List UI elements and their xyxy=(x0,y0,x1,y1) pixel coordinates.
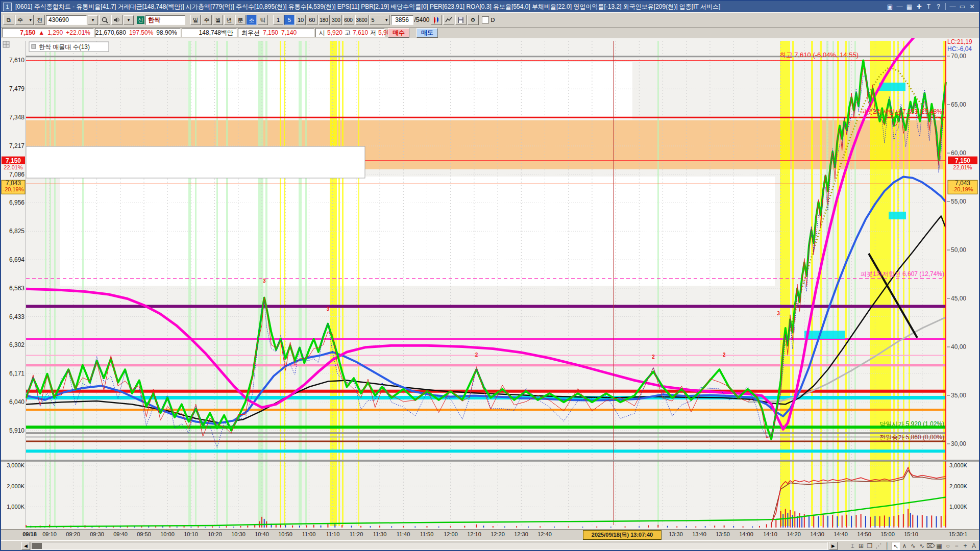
sell-button[interactable]: 매도 xyxy=(416,28,438,38)
time-tick: 11:10 xyxy=(321,531,345,537)
line-style-icon[interactable] xyxy=(443,15,454,25)
snapshot-icon[interactable]: ▦ xyxy=(935,542,943,550)
interval-60-button[interactable]: 60 xyxy=(307,15,317,25)
tooltip-box xyxy=(26,146,365,178)
time-tick: 13:30 xyxy=(664,531,688,537)
tune-icon[interactable]: ⌶ xyxy=(848,542,856,550)
cascade-icon[interactable]: ❐ xyxy=(866,542,874,550)
period-day-button[interactable]: 일 xyxy=(190,15,201,25)
asset-type-value: 주 xyxy=(17,16,23,24)
vwap-badge-pct: -20,19% xyxy=(952,186,973,192)
stock-chart-window: 1 [0601] 주식종합차트 - 유통비율[41.7] 거래대금[148,74… xyxy=(0,0,980,551)
save-icon[interactable] xyxy=(455,15,467,25)
interval-600-button[interactable]: 600 xyxy=(343,15,354,25)
interval-5-button[interactable]: 5 xyxy=(284,15,295,25)
eraser-icon[interactable]: ⌦ xyxy=(926,542,935,550)
wave-icon[interactable]: ∿ xyxy=(909,542,917,550)
volume-value: 21,670,680 xyxy=(95,29,126,36)
signal-stripe xyxy=(195,41,197,526)
buy-button[interactable]: 매수 xyxy=(388,28,409,38)
open-label: 시 xyxy=(319,29,325,37)
candle-style-icon[interactable] xyxy=(431,15,442,25)
left-axis-label: 6,825 xyxy=(9,228,24,235)
zoom-out-icon[interactable]: − xyxy=(952,542,961,550)
signal-stripe xyxy=(82,41,84,526)
speaker-icon[interactable] xyxy=(111,15,122,25)
zoom-icon[interactable]: ○ xyxy=(944,542,952,550)
interval-300-button[interactable]: 300 xyxy=(331,15,342,25)
gear-icon[interactable]: ⚙ xyxy=(468,15,479,25)
peak-line-icon[interactable]: ∧ xyxy=(900,542,909,550)
period-tick-button[interactable]: 틱 xyxy=(258,15,268,25)
left-axis-label: 6,171 xyxy=(9,370,24,377)
main-chart[interactable]: 7,6107,4797,3487,2177,0866,9566,8256,694… xyxy=(1,38,980,529)
search-icon[interactable] xyxy=(99,15,110,25)
window-menu-icon[interactable]: 1 xyxy=(3,3,12,11)
chart-layout-icon[interactable]: ⧉ xyxy=(3,15,14,25)
open-price: 5,920 xyxy=(327,29,342,36)
new-listing-badge: 신 xyxy=(137,16,144,24)
bar-width-combo[interactable]: 5▾ xyxy=(370,15,390,25)
time-tick: 09:20 xyxy=(61,531,85,537)
interval-180-button[interactable]: 180 xyxy=(318,15,330,25)
window-restore-icon[interactable]: ▭ xyxy=(958,3,967,11)
lc-label: LC:21,19 xyxy=(947,38,972,45)
best-bid: 7,140 xyxy=(281,29,297,36)
minimize-panel-icon[interactable]: — xyxy=(895,3,904,11)
zoom-in-icon[interactable]: + xyxy=(961,542,969,550)
alert-stripe xyxy=(284,41,285,526)
scrollbar-handle[interactable] xyxy=(32,543,42,549)
interval-3600-button[interactable]: 3600 xyxy=(355,15,369,25)
period-year-button[interactable]: 년 xyxy=(224,15,234,25)
code-dropdown-button[interactable]: ▾ xyxy=(88,15,98,25)
window-minimize-icon[interactable]: — xyxy=(948,3,958,11)
period-month-button[interactable]: 월 xyxy=(213,15,223,25)
time-tick: 14:10 xyxy=(758,531,782,537)
left-axis-label: 6,956 xyxy=(9,199,24,206)
time-tick: 14:20 xyxy=(781,531,806,537)
prev-stock-button[interactable]: 전 xyxy=(35,15,45,25)
volume-axis-label: 1,000K xyxy=(949,504,968,510)
signal-stripe xyxy=(265,41,267,526)
ohl-group: 시 5,920 고 7,610 저 5,900 xyxy=(315,28,385,37)
add-window-icon[interactable]: ⊞ xyxy=(857,542,865,550)
alert-stripe xyxy=(780,41,790,526)
crosshair-icon[interactable]: ↖ xyxy=(892,542,900,550)
asset-type-combo[interactable]: 주▾ xyxy=(15,15,34,25)
price-change: 1,290 xyxy=(47,29,63,36)
stock-code-input[interactable]: 430690 xyxy=(46,15,87,25)
text-tool-icon[interactable]: A xyxy=(970,542,978,550)
copy-window-icon[interactable]: ▦ xyxy=(904,3,914,11)
indicator-checkbox xyxy=(32,44,36,48)
interval-10-button[interactable]: 10 xyxy=(296,15,306,25)
trendline-icon[interactable]: ⋰ xyxy=(874,542,883,550)
time-tick: 10:30 xyxy=(226,531,251,537)
chart-toolbar: ⧉ 주▾ 전 430690 ▾ ▾ 신 한싹 일 주 월 년 분 초 틱 1 5… xyxy=(1,12,979,28)
scroll-right-button[interactable]: ▶ xyxy=(829,542,838,550)
pin-icon[interactable]: ✚ xyxy=(914,3,924,11)
speaker-dropdown-button[interactable]: ▾ xyxy=(124,15,134,25)
font-icon[interactable]: T xyxy=(924,3,934,11)
window-close-icon[interactable]: ✕ xyxy=(967,3,977,11)
help-icon[interactable]: ? xyxy=(934,3,943,11)
time-tick: 12:40 xyxy=(532,531,557,537)
wave2-icon[interactable]: ∿ xyxy=(918,542,926,550)
time-tick: 10:00 xyxy=(155,531,180,537)
time-tick: 15:30:1 xyxy=(946,531,970,537)
chart-scrollbar[interactable] xyxy=(31,542,828,550)
amount-group: 148,748백만 xyxy=(182,28,237,37)
period-second-button[interactable]: 초 xyxy=(247,15,257,25)
d-checkbox[interactable] xyxy=(482,16,489,23)
right-axis-label: 40,00 xyxy=(951,343,966,350)
chart-annotation: 당일시가 5,920 (1,02%) xyxy=(879,420,944,428)
window-title: [0601] 주식종합차트 - 유통비율[41.7] 거래대금[148,748(… xyxy=(15,3,885,11)
scroll-left-button[interactable]: ◀ xyxy=(21,542,30,550)
period-minute-button[interactable]: 분 xyxy=(235,15,246,25)
best-quote-group: 최우선 7,150 7,140 xyxy=(238,28,314,37)
period-week-button[interactable]: 주 xyxy=(202,15,212,25)
popup-icon[interactable]: ▣ xyxy=(885,3,895,11)
signal-marker: 2 xyxy=(652,354,655,360)
interval-1-button[interactable]: 1 xyxy=(273,15,283,25)
indicator-label: 한싹 매물대 수(13) xyxy=(39,43,90,51)
stock-name-field[interactable]: 한싹 xyxy=(145,15,185,25)
